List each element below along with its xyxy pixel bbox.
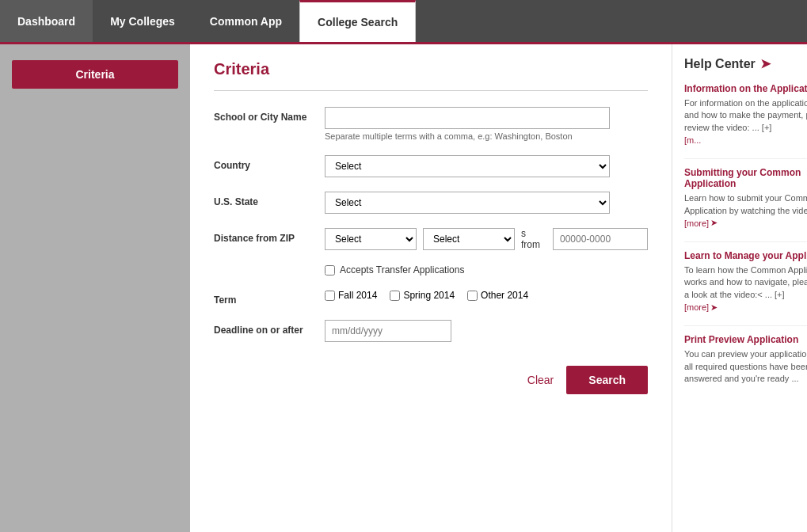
help-item-app-fee-title: Information on the Application Fee [684, 83, 807, 94]
main-container: Criteria Criteria School or City Name Se… [0, 44, 807, 532]
school-city-hint: Separate multiple terms with a comma, e.… [325, 131, 648, 141]
clear-button[interactable]: Clear [527, 374, 554, 386]
help-item-app-fee-more[interactable]: [m... [684, 135, 701, 145]
help-item-app-fee: Information on the Application Fee For i… [684, 83, 807, 146]
term-other2014-checkbox[interactable] [467, 291, 478, 301]
help-divider-1 [684, 158, 807, 159]
term-other2014-label: Other 2014 [481, 290, 528, 301]
country-control: Select United States Canada United Kingd… [325, 155, 648, 177]
help-center-title: Help Center ➤ [684, 56, 807, 71]
help-manage-arrow-icon: ➤ [710, 302, 718, 313]
distance-inputs: Select 10 miles 25 miles 50 miles 100 mi… [325, 228, 648, 250]
school-city-input[interactable] [325, 107, 610, 129]
distance-row: Distance from ZIP Select 10 miles 25 mil… [214, 228, 648, 250]
distance-from-label: s from [521, 228, 546, 250]
content-area: Criteria School or City Name Separate mu… [190, 44, 672, 532]
term-spring2014-checkbox[interactable] [390, 291, 400, 301]
us-state-select[interactable]: Select Alabama Alaska California Massach… [325, 192, 610, 214]
right-sidebar: Help Center ➤ Information on the Applica… [672, 44, 807, 532]
criteria-button[interactable]: Criteria [12, 60, 178, 89]
school-city-control: Separate multiple terms with a comma, e.… [325, 107, 648, 141]
help-item-submitting-title: Submitting your Common Application [684, 167, 807, 189]
us-state-row: U.S. State Select Alabama Alaska Califor… [214, 192, 648, 214]
tab-dashboard[interactable]: Dashboard [0, 0, 93, 42]
section-divider [214, 90, 648, 91]
help-item-manage-text: To learn how the Common Application work… [684, 264, 807, 301]
deadline-control [325, 320, 648, 342]
help-item-submitting: Submitting your Common Application Learn… [684, 167, 807, 229]
help-item-submitting-text: Learn how to submit your Common Applicat… [684, 192, 807, 217]
distance-select2[interactable]: Select [423, 228, 515, 250]
distance-label: Distance from ZIP [214, 228, 325, 244]
term-row: Term Fall 2014 Spring 2014 Other 2014 [214, 290, 648, 306]
help-manage-more-text: [more] [684, 302, 709, 312]
help-center-text: Help Center [684, 57, 756, 71]
help-item-print-text: You can preview your application when al… [684, 348, 807, 385]
help-item-print: Print Preview Application You can previe… [684, 334, 807, 385]
left-sidebar: Criteria [0, 44, 190, 532]
term-spring2014: Spring 2014 [390, 290, 455, 301]
term-options: Fall 2014 Spring 2014 Other 2014 [325, 290, 648, 301]
accepts-transfer-checkbox[interactable] [325, 265, 335, 276]
help-divider-3 [684, 325, 807, 326]
school-city-label: School or City Name [214, 107, 325, 123]
country-select[interactable]: Select United States Canada United Kingd… [325, 155, 610, 177]
us-state-control: Select Alabama Alaska California Massach… [325, 192, 648, 214]
school-city-row: School or City Name Separate multiple te… [214, 107, 648, 141]
help-center-arrow-icon: ➤ [760, 56, 771, 71]
deadline-input[interactable] [325, 320, 451, 342]
top-navigation: Dashboard My Colleges Common App College… [0, 0, 807, 44]
tab-college-search[interactable]: College Search [299, 0, 416, 42]
term-label: Term [214, 290, 325, 306]
help-divider-2 [684, 241, 807, 242]
help-submitting-more-text: [more] [684, 218, 709, 228]
page-title: Criteria [214, 60, 648, 78]
help-item-manage-title: Learn to Manage your Application [684, 250, 807, 261]
us-state-label: U.S. State [214, 192, 325, 207]
zip-input[interactable] [553, 228, 648, 250]
term-fall2014: Fall 2014 [325, 290, 377, 301]
tab-my-colleges[interactable]: My Colleges [93, 0, 192, 42]
term-control: Fall 2014 Spring 2014 Other 2014 [325, 290, 648, 301]
help-submitting-arrow-icon: ➤ [710, 218, 718, 228]
help-item-print-title: Print Preview Application [684, 334, 807, 345]
search-button[interactable]: Search [566, 366, 648, 394]
distance-select[interactable]: Select 10 miles 25 miles 50 miles 100 mi… [325, 228, 417, 250]
help-item-submitting-more[interactable]: [more] ➤ [684, 218, 718, 228]
tab-common-app[interactable]: Common App [192, 0, 299, 42]
transfer-row: Accepts Transfer Applications [214, 264, 648, 276]
country-row: Country Select United States Canada Unit… [214, 155, 648, 177]
action-row: Clear Search [214, 366, 648, 394]
distance-control: Select 10 miles 25 miles 50 miles 100 mi… [325, 228, 648, 250]
term-fall2014-label: Fall 2014 [338, 290, 377, 301]
country-label: Country [214, 155, 325, 171]
help-item-app-fee-text: For information on the application fee a… [684, 97, 807, 134]
help-item-manage: Learn to Manage your Application To lear… [684, 250, 807, 313]
accepts-transfer-label: Accepts Transfer Applications [340, 264, 464, 276]
help-item-manage-more[interactable]: [more] ➤ [684, 302, 718, 313]
deadline-label: Deadline on or after [214, 320, 325, 336]
term-other2014: Other 2014 [467, 290, 528, 301]
deadline-row: Deadline on or after [214, 320, 648, 342]
term-spring2014-label: Spring 2014 [403, 290, 455, 301]
term-fall2014-checkbox[interactable] [325, 291, 335, 301]
